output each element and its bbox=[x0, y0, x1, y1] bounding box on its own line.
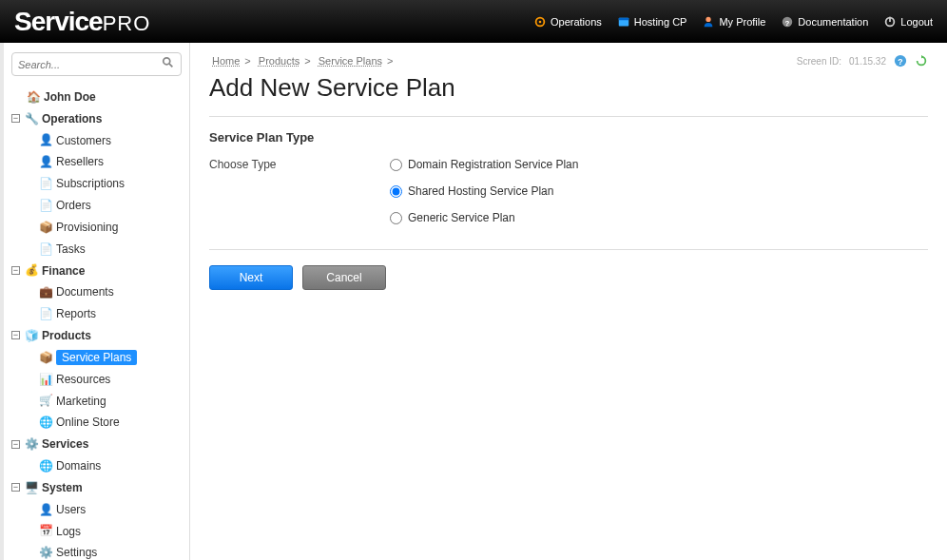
nav-operations[interactable]: Operations bbox=[533, 15, 602, 29]
sidebar-item-domains[interactable]: 🌐Domains bbox=[11, 454, 182, 476]
briefcase-icon: 💼 bbox=[38, 281, 53, 302]
radio-input-shared-hosting[interactable] bbox=[390, 185, 402, 198]
svg-text:?: ? bbox=[898, 57, 902, 67]
divider bbox=[209, 116, 928, 117]
sidebar-item-documents[interactable]: 💼Documents bbox=[11, 280, 182, 302]
sidebar-item-subscriptions[interactable]: 📄Subscriptions bbox=[11, 172, 182, 194]
next-button[interactable]: Next bbox=[209, 265, 293, 290]
sidebar-item-tasks[interactable]: 📄Tasks bbox=[11, 238, 182, 260]
box-icon: 📦 bbox=[38, 217, 53, 238]
sidebar-item-settings[interactable]: ⚙️Settings bbox=[11, 541, 182, 560]
sidebar-cat-operations[interactable]: −🔧Operations bbox=[11, 107, 182, 129]
page-title: Add New Service Plan bbox=[209, 73, 928, 103]
sidebar-item-resources[interactable]: 📊Resources bbox=[11, 368, 182, 390]
system-label: System bbox=[42, 481, 83, 494]
doc-icon: 📄 bbox=[38, 239, 53, 260]
nav-tree: 🏠John Doe −🔧Operations 👤Customers 👤Resel… bbox=[11, 86, 182, 560]
search-icon[interactable] bbox=[162, 56, 175, 72]
collapse-icon[interactable]: − bbox=[11, 331, 20, 339]
cubes-icon: 🧊 bbox=[24, 325, 39, 346]
top-nav: Operations Hosting CP My Profile ? Docum… bbox=[533, 15, 933, 29]
radio-label[interactable]: Domain Registration Service Plan bbox=[408, 158, 578, 171]
sidebar-user[interactable]: 🏠John Doe bbox=[11, 86, 182, 107]
nav-my-profile[interactable]: My Profile bbox=[702, 15, 765, 29]
breadcrumb-products[interactable]: Products bbox=[259, 55, 300, 67]
cart-icon: 🛒 bbox=[38, 390, 53, 411]
doc-icon: 📄 bbox=[38, 303, 53, 324]
nav-documentation[interactable]: ? Documentation bbox=[781, 15, 868, 29]
gear-icon: ⚙️ bbox=[38, 542, 53, 560]
radio-input-generic[interactable] bbox=[390, 212, 402, 224]
panel-icon bbox=[617, 15, 630, 29]
sidebar-item-label: Documents bbox=[56, 285, 114, 299]
form-field-type: Domain Registration Service Plan Shared … bbox=[390, 158, 928, 238]
sidebar-item-provisioning[interactable]: 📦Provisioning bbox=[11, 216, 182, 238]
person-icon: 👤 bbox=[38, 499, 53, 520]
logo-part1: Service bbox=[14, 7, 103, 36]
search-input[interactable] bbox=[18, 59, 162, 70]
nav-operations-label: Operations bbox=[551, 16, 602, 28]
sidebar-item-label: Customers bbox=[56, 133, 111, 146]
svg-point-1 bbox=[539, 20, 542, 23]
sidebar-item-marketing[interactable]: 🛒Marketing bbox=[11, 390, 182, 412]
sidebar-item-label: Marketing bbox=[56, 394, 106, 407]
collapse-icon[interactable]: − bbox=[11, 114, 20, 123]
gear-icon bbox=[533, 15, 547, 29]
search-box[interactable] bbox=[11, 52, 182, 76]
main-content: Home> Products> Service Plans> Screen ID… bbox=[190, 43, 947, 560]
gear-icon: ⚙️ bbox=[24, 434, 39, 454]
header-bar: ServicePRO Operations Hosting CP My Prof… bbox=[0, 0, 947, 43]
sidebar-cat-system[interactable]: −🖥️System bbox=[11, 476, 182, 498]
button-bar: Next Cancel bbox=[209, 249, 928, 290]
help-icon: ? bbox=[781, 15, 794, 29]
nav-hosting-cp[interactable]: Hosting CP bbox=[617, 15, 687, 29]
radio-domain-reg[interactable]: Domain Registration Service Plan bbox=[390, 158, 928, 171]
sidebar-item-online-store[interactable]: 🌐Online Store bbox=[11, 411, 182, 433]
money-icon: 💰 bbox=[24, 260, 39, 280]
refresh-icon[interactable] bbox=[915, 54, 928, 68]
sidebar-cat-products[interactable]: −🧊Products bbox=[11, 324, 182, 346]
sidebar-item-users[interactable]: 👤Users bbox=[11, 498, 182, 520]
sidebar-cat-services[interactable]: −⚙️Services bbox=[11, 433, 182, 454]
server-icon: 🖥️ bbox=[24, 477, 39, 498]
section-title: Service Plan Type bbox=[209, 130, 928, 145]
nav-logout[interactable]: Logout bbox=[883, 15, 933, 29]
power-icon bbox=[883, 15, 897, 29]
sidebar-item-label: Subscriptions bbox=[56, 177, 125, 190]
sidebar-item-label: Resources bbox=[56, 373, 110, 386]
person-icon bbox=[702, 15, 715, 29]
radio-generic[interactable]: Generic Service Plan bbox=[390, 211, 928, 224]
sidebar-item-resellers[interactable]: 👤Resellers bbox=[11, 150, 182, 172]
sidebar-cat-finance[interactable]: −💰Finance bbox=[11, 260, 182, 281]
sidebar-item-label: Orders bbox=[56, 199, 91, 212]
radio-shared-hosting[interactable]: Shared Hosting Service Plan bbox=[390, 184, 928, 198]
help-icon[interactable]: ? bbox=[894, 54, 907, 68]
sidebar-item-logs[interactable]: 📅Logs bbox=[11, 520, 182, 542]
sidebar-item-label: Domains bbox=[56, 459, 101, 473]
collapse-icon[interactable]: − bbox=[11, 483, 20, 492]
sidebar-item-label: Service Plans bbox=[56, 350, 137, 365]
sidebar-item-label: Logs bbox=[56, 524, 81, 537]
sidebar-item-reports[interactable]: 📄Reports bbox=[11, 302, 182, 324]
cancel-button[interactable]: Cancel bbox=[302, 265, 386, 290]
collapse-icon[interactable]: − bbox=[11, 440, 20, 449]
radio-input-domain-reg[interactable] bbox=[390, 159, 402, 171]
radio-label[interactable]: Generic Service Plan bbox=[408, 211, 515, 224]
sidebar-item-orders[interactable]: 📄Orders bbox=[11, 194, 182, 216]
sidebar-item-label: Provisioning bbox=[56, 221, 118, 234]
svg-text:?: ? bbox=[785, 18, 790, 27]
services-label: Services bbox=[42, 437, 88, 451]
sidebar-item-service-plans[interactable]: 📦Service Plans bbox=[11, 346, 182, 368]
form-row-type: Choose Type Domain Registration Service … bbox=[209, 158, 928, 238]
radio-label[interactable]: Shared Hosting Service Plan bbox=[408, 184, 553, 198]
sidebar-item-customers[interactable]: 👤Customers bbox=[11, 129, 182, 151]
doc-icon: 📄 bbox=[38, 173, 53, 194]
breadcrumb-service-plans[interactable]: Service Plans bbox=[319, 55, 382, 67]
globe-icon: 🌐 bbox=[38, 455, 53, 476]
logo: ServicePRO bbox=[14, 7, 150, 37]
breadcrumb: Home> Products> Service Plans> Screen ID… bbox=[209, 54, 928, 68]
calendar-icon: 📅 bbox=[38, 520, 53, 541]
collapse-icon[interactable]: − bbox=[11, 266, 20, 275]
svg-point-9 bbox=[164, 58, 170, 65]
breadcrumb-home[interactable]: Home bbox=[212, 55, 240, 67]
